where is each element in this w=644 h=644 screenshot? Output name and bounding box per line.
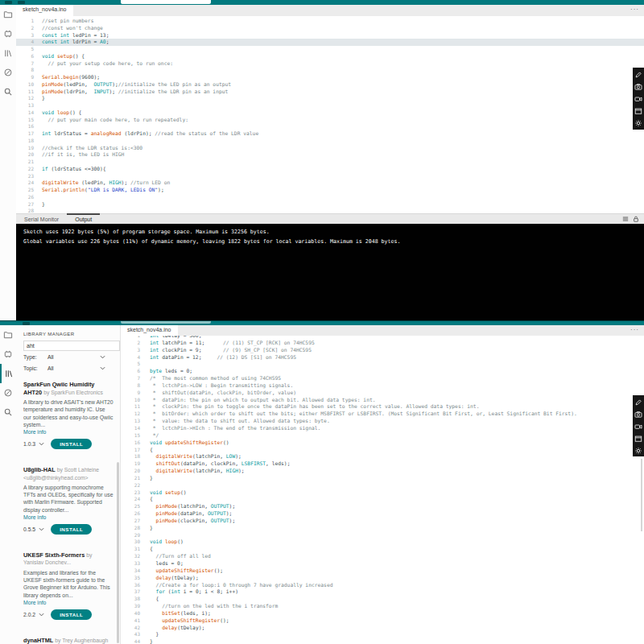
code-line[interactable]: 33 leds = 0; [121,560,644,568]
code-line[interactable]: 2int latchPin = 11; // (11) ST_CP [RCK] … [121,340,644,347]
code-line[interactable]: 8 [16,67,644,74]
library-list-scrollbar[interactable] [117,462,119,643]
folder-icon[interactable] [0,5,16,24]
code-line[interactable]: 4int dataPin = 12; // (12) DS [S1] on 74… [121,354,644,361]
code-line[interactable]: 22 [121,482,644,489]
tab-sketch[interactable]: sketch_nov4a.ino [121,325,178,336]
code-editor[interactable]: 1//set pin numbers2//const won't change3… [16,16,644,215]
code-line[interactable]: 3const int ledPin = 13; [16,32,644,39]
code-line[interactable]: 2//const won't change [16,25,644,32]
video-camera-icon[interactable] [634,93,642,105]
code-line[interactable]: 30void loop() [121,539,644,546]
more-info-link[interactable]: More info [23,600,114,605]
code-line[interactable]: 21} [121,475,644,482]
code-line[interactable]: 13 [16,102,644,109]
code-line[interactable]: 42 delay(tDelay); [121,625,644,632]
version-select[interactable]: 2.0.2 [23,612,44,617]
code-line[interactable]: 31{ [121,546,644,553]
code-line[interactable]: 26 pinMode(dataPin, OUTPUT); [121,510,644,518]
library-icon[interactable] [0,364,16,383]
code-line[interactable]: 14 * lctchPin->HIch : The end of the tra… [121,425,644,432]
code-line[interactable]: 37 for (int i = 0; i < 8; i++) [121,588,644,596]
code-line[interactable]: 19//check if the LDR status is:<300 [16,145,644,152]
code-line[interactable]: 23 [16,173,644,180]
code-line[interactable]: 24{ [121,496,644,503]
code-line[interactable]: 38 { [121,596,644,603]
pen-icon[interactable] [634,68,642,80]
code-line[interactable]: 18 digitalWrite(latchPin, LOW); [121,453,644,460]
code-line[interactable]: 12 * bitOrder: which order to shift out … [121,411,644,418]
code-line[interactable]: 34 updateShiftRegister(); [121,568,644,575]
code-line[interactable]: 21 [16,159,644,166]
debug-icon[interactable] [0,383,16,402]
code-line[interactable]: 16void updateShiftRegister() [121,440,644,447]
library-icon[interactable] [0,43,16,63]
code-line[interactable]: 13 * value: the data to shift out. Allow… [121,418,644,425]
window-icon[interactable] [634,432,642,444]
code-line[interactable]: 11pinMode(ldrPin, INPUT); //initialize t… [16,89,644,96]
debug-icon[interactable] [0,63,16,82]
scroll-lock-icon[interactable] [633,216,639,223]
code-line[interactable]: 32 //Turn off all led [121,553,644,560]
install-button[interactable]: INSTALL [51,439,92,449]
install-button[interactable]: INSTALL [51,524,92,535]
version-select[interactable]: 1.0.3 [23,441,44,447]
code-line[interactable]: 41 updateShiftRegister(); [121,617,644,625]
code-line[interactable]: 5 [16,46,644,53]
code-line[interactable]: 18 [16,138,644,145]
code-line[interactable]: 10 * dataPin: the pin on which to output… [121,397,644,404]
code-line[interactable]: 36 //Create a for loop:i 0 through 7 hav… [121,582,644,589]
code-line[interactable]: 5 [121,361,644,368]
code-line[interactable]: 28} [121,525,644,532]
code-line[interactable]: 11 * clockPin: the pin to toggle once th… [121,403,644,411]
code-line[interactable]: 7/* The most common method of using 74CH… [121,375,644,382]
code-line[interactable]: 17int ldrStatus = analogRead (ldrPin); /… [16,130,644,138]
code-line[interactable]: 9Serial.begin(9600); [16,74,644,81]
code-line[interactable]: 24digitalWrite (ledPin, HIGH); //turn LE… [16,180,644,187]
code-line[interactable]: 27} [16,201,644,208]
tab-options-icon[interactable]: ··· [630,5,644,16]
code-line[interactable]: 25 pinMode(latchPin, OUTPUT); [121,503,644,510]
code-line[interactable]: 12} [16,95,644,102]
search-icon[interactable] [0,402,16,422]
version-select[interactable]: 0.5.5 [23,526,44,532]
code-line[interactable]: 6void setup() { [16,53,644,60]
code-line[interactable]: 29 [121,532,644,539]
library-search-input[interactable] [23,341,120,351]
camera-icon[interactable] [634,408,642,420]
code-line[interactable]: 9 * shiftOut(dataPin, clockPin, bitOrder… [121,390,644,397]
code-line[interactable]: 35 delay(tDelay); [121,575,644,582]
code-line[interactable]: 22if (ldrStatus <=300){ [16,166,644,173]
code-line[interactable]: 23void setup() [121,489,644,497]
folder-icon[interactable] [0,325,16,345]
code-line[interactable]: 4const int ldrPin = A0; [16,39,644,46]
code-line[interactable]: 3int clockPin = 9; // (9) SH_CP [SCK] on… [121,347,644,354]
code-line[interactable]: 44} [121,638,644,644]
code-line[interactable]: 20//if it is, the LED is HIGH [16,151,644,159]
code-line[interactable]: 19 shiftOut(dataPin, clockPin, LSBFIRST,… [121,460,644,468]
camera-icon[interactable] [634,80,642,93]
code-line[interactable]: 1//set pin numbers [16,18,644,25]
code-line[interactable]: 8 * lctchPin->LOW : Begin transmitting s… [121,382,644,390]
tab-sketch[interactable]: sketch_nov4a.ino [16,5,73,16]
install-button[interactable]: INSTALL [51,609,92,620]
tab-options-icon[interactable]: ··· [630,325,644,336]
code-line[interactable]: 26 [16,194,644,201]
editor-scrollbar[interactable] [641,459,642,531]
code-line[interactable]: 10pinMode(ledPin, OUTPUT);//initialize t… [16,81,644,89]
code-line[interactable]: 40 bitSet(leds, i); [121,610,644,617]
code-line[interactable]: 16 [16,123,644,130]
code-line[interactable]: 39 //turn on the led with the i transfor… [121,603,644,610]
filter-type-select[interactable]: All [47,354,105,360]
code-line[interactable]: 17{ [121,447,644,454]
code-line[interactable]: 15 // put your main code here, to run re… [16,117,644,124]
code-line[interactable]: 14void loop() { [16,109,644,117]
code-line[interactable]: 25Serial.println("LDR is DARK, LEDis ON"… [16,187,644,194]
more-info-link[interactable]: More info [23,514,114,520]
code-line[interactable]: 27 pinMode(clockPin, OUTPUT); [121,518,644,525]
boards-icon[interactable] [0,345,16,364]
window-icon[interactable] [634,105,642,117]
search-icon[interactable] [0,82,16,101]
code-line[interactable]: 20 digitalWrite(latchPin, HIGH); [121,468,644,475]
more-info-link[interactable]: More info [23,429,114,435]
